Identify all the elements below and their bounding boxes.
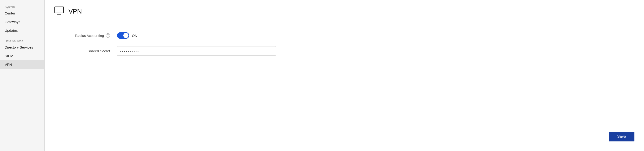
form-area: Radius Accounting ? ON Shared Secret Sav… xyxy=(44,23,644,151)
sidebar-item-center[interactable]: Center xyxy=(0,9,44,17)
shared-secret-label: Shared Secret xyxy=(59,49,110,53)
sidebar-item-updates[interactable]: Updates xyxy=(0,26,44,35)
sidebar-system-label: System xyxy=(0,3,20,10)
sidebar: System Center Gateways Updates Data Sour… xyxy=(0,0,44,151)
sidebar-item-directory-services[interactable]: Directory Services xyxy=(0,43,44,52)
sidebar-data-sources-label: Data Sources xyxy=(0,37,28,44)
sidebar-item-siem[interactable]: SIEM xyxy=(0,52,44,60)
shared-secret-row: Shared Secret xyxy=(59,46,630,56)
svg-rect-0 xyxy=(55,7,64,13)
radius-accounting-label: Radius Accounting ? xyxy=(59,33,110,38)
monitor-icon xyxy=(54,6,64,17)
radius-accounting-help-icon[interactable]: ? xyxy=(106,33,110,38)
radius-accounting-toggle[interactable] xyxy=(117,32,129,39)
sidebar-item-gateways[interactable]: Gateways xyxy=(0,17,44,26)
page-header: VPN xyxy=(44,0,644,23)
main-content: VPN Radius Accounting ? ON Shared Secret xyxy=(44,0,644,151)
page-title: VPN xyxy=(68,8,82,15)
toggle-thumb xyxy=(123,33,128,38)
radius-accounting-toggle-container: ON xyxy=(117,32,137,39)
save-button-container: Save xyxy=(609,132,634,142)
sidebar-item-vpn[interactable]: VPN xyxy=(0,60,44,69)
radius-accounting-state-label: ON xyxy=(132,34,137,38)
radius-accounting-row: Radius Accounting ? ON xyxy=(59,32,630,39)
save-button[interactable]: Save xyxy=(609,132,634,142)
shared-secret-input[interactable] xyxy=(117,46,276,56)
